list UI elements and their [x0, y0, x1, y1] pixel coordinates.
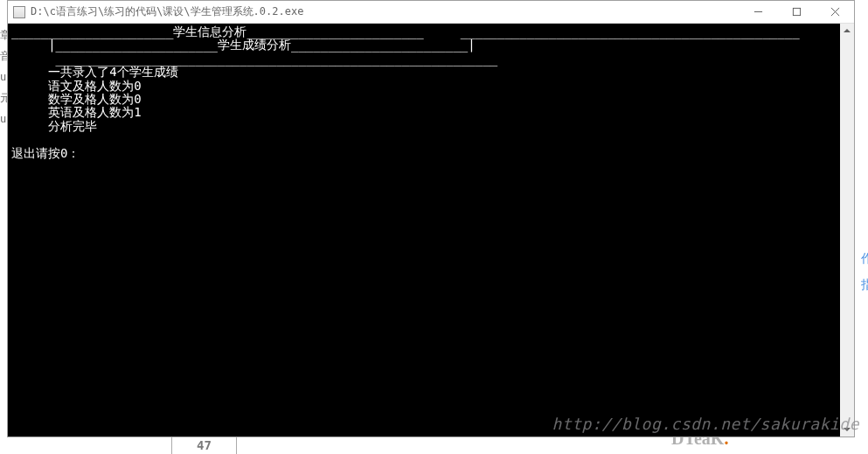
chevron-up-icon [844, 29, 851, 32]
watermark-text: http://blog.csdn.net/sakurakide [552, 415, 859, 433]
scroll-up-button[interactable] [840, 24, 854, 38]
svg-rect-1 [793, 8, 800, 15]
vertical-scrollbar[interactable] [840, 24, 854, 437]
background-bottom: 47 DTeaK. [0, 435, 868, 454]
maximize-button[interactable] [777, 1, 816, 24]
maximize-icon [792, 7, 802, 17]
window-title: D:\c语言练习\练习的代码\课设\学生管理系统.0.2.exe [31, 4, 739, 19]
app-window: D:\c语言练习\练习的代码\课设\学生管理系统.0.2.exe _______… [7, 0, 855, 437]
close-button[interactable] [816, 1, 854, 24]
window-controls [739, 1, 854, 24]
minimize-button[interactable] [739, 1, 777, 24]
window-titlebar[interactable]: D:\c语言练习\练习的代码\课设\学生管理系统.0.2.exe [8, 1, 854, 24]
background-box: 47 [171, 436, 237, 454]
app-icon [13, 6, 25, 18]
console-output: ______________________学生信息分析____________… [11, 25, 851, 160]
close-icon [830, 7, 840, 17]
console-area[interactable]: ______________________学生信息分析____________… [8, 24, 854, 437]
minimize-icon [753, 7, 763, 17]
background-right-text: 作 指 [861, 245, 868, 297]
